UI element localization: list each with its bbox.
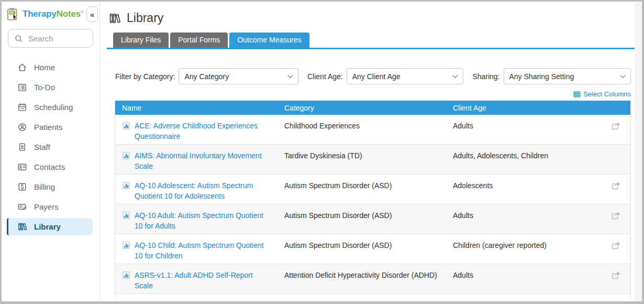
tab-outcome-measures[interactable]: Outcome Measures bbox=[229, 32, 309, 48]
client-age-cell: Adults bbox=[453, 115, 605, 144]
scrollbar-track[interactable] bbox=[636, 2, 642, 301]
sidebar-item-billing[interactable]: Billing bbox=[2, 178, 99, 196]
table-row: AQ-10 Adult: Autism Spectrum Quotient 10… bbox=[115, 204, 630, 234]
bar-chart-icon bbox=[122, 240, 130, 264]
table-row: AQ-10 Adolescent: Autism Spectrum Quotie… bbox=[115, 175, 630, 204]
measure-link[interactable]: AQ-10 Child: Autism Spectrum Quotient 10… bbox=[135, 240, 270, 264]
sidebar-item-contacts[interactable]: Contacts bbox=[2, 158, 99, 176]
chevron-down-icon bbox=[620, 74, 626, 79]
client-age-cell: Adults, Adolescents, Children bbox=[453, 145, 605, 174]
measure-link[interactable]: ASRS-v1.1: Adult ADHD Self-Report Scale bbox=[135, 270, 270, 294]
sidebar-item-label: Patients bbox=[34, 123, 62, 132]
library-icon bbox=[17, 222, 27, 232]
sidebar: TherapyNotes® « Home To-Do Scheduling Pa… bbox=[2, 2, 100, 301]
search-icon bbox=[14, 34, 23, 43]
column-header-category: Category bbox=[284, 104, 453, 112]
category-cell: Attention Deficit Hyperactivity Disorder… bbox=[284, 264, 453, 294]
staff-icon bbox=[17, 142, 27, 152]
sidebar-item-label: Scheduling bbox=[34, 103, 73, 112]
chevron-double-left-icon: « bbox=[90, 10, 94, 19]
client-age-label: Client Age: bbox=[307, 72, 343, 81]
select-columns-label: Select Columns bbox=[583, 90, 631, 98]
collapse-sidebar-button[interactable]: « bbox=[86, 6, 98, 22]
bar-chart-icon bbox=[122, 180, 130, 204]
brand-therapy: Therapy bbox=[23, 9, 57, 19]
category-cell: Tardive Dyskinesia (TD) bbox=[284, 145, 453, 174]
action-cell bbox=[605, 175, 630, 204]
name-cell: AQ-10 Adult: Autism Spectrum Quotient 10… bbox=[115, 204, 284, 234]
sidebar-item-scheduling[interactable]: Scheduling bbox=[2, 99, 99, 116]
sidebar-item-label: Library bbox=[34, 222, 61, 231]
sharing-select[interactable]: Any Sharing Setting bbox=[504, 68, 631, 84]
filter-bar: Filter by Category: Any Category Client … bbox=[115, 68, 631, 84]
main-content: Library Library FilesPortal FormsOutcome… bbox=[100, 2, 636, 301]
table-row: ASRS-v1.1: Adult ADHD Self-Report Scale … bbox=[115, 264, 630, 294]
sidebar-item-patients[interactable]: Patients bbox=[2, 118, 99, 136]
sidebar-item-library[interactable]: Library bbox=[7, 218, 93, 235]
share-icon[interactable] bbox=[611, 211, 621, 234]
name-cell: ACE: Adverse Childhood Experiences Quest… bbox=[115, 115, 284, 144]
client-age-cell: Children (caregiver reported) bbox=[453, 234, 605, 264]
table-row: AIMS: Abnormal Involuntary Movement Scal… bbox=[115, 145, 630, 175]
books-icon bbox=[108, 12, 121, 25]
sidebar-item-label: Billing bbox=[34, 182, 55, 191]
category-cell: Childhood Experiences bbox=[284, 115, 453, 144]
page-header: Library bbox=[108, 11, 636, 25]
sidebar-item-payers[interactable]: Payers bbox=[2, 198, 99, 215]
action-cell bbox=[605, 145, 630, 174]
patients-icon bbox=[17, 122, 27, 132]
sidebar-nav: Home To-Do Scheduling Patients Staff Con… bbox=[2, 56, 99, 238]
bar-chart-icon bbox=[122, 270, 130, 294]
tab-library-files[interactable]: Library Files bbox=[113, 32, 169, 48]
home-icon bbox=[17, 62, 27, 72]
client-age-cell: Adults bbox=[453, 264, 605, 294]
contacts-icon bbox=[17, 162, 27, 172]
category-select-value: Any Category bbox=[184, 72, 229, 81]
sidebar-item-home[interactable]: Home bbox=[2, 59, 99, 76]
tabs: Library FilesPortal FormsOutcome Measure… bbox=[113, 32, 636, 48]
measure-link[interactable]: AQ-10 Adult: Autism Spectrum Quotient 10… bbox=[135, 210, 270, 234]
select-columns-link[interactable]: Select Columns bbox=[106, 90, 631, 98]
name-cell: ASRS-v1.1: Adult ADHD Self-Report Scale bbox=[115, 264, 284, 294]
share-icon[interactable] bbox=[611, 270, 621, 294]
sidebar-item-label: Home bbox=[34, 63, 55, 72]
bar-chart-icon bbox=[122, 150, 130, 174]
measure-link[interactable]: AQ-10 Adolescent: Autism Spectrum Quotie… bbox=[135, 180, 270, 204]
client-age-select[interactable]: Any Client Age bbox=[347, 68, 464, 84]
search-box bbox=[8, 29, 93, 48]
sidebar-item-label: To-Do bbox=[34, 83, 55, 92]
brand-wordmark: TherapyNotes® bbox=[23, 9, 83, 19]
sidebar-item-to-do[interactable]: To-Do bbox=[2, 79, 99, 96]
therapynotes-clipboard-logo-icon bbox=[7, 7, 19, 21]
tab-underline bbox=[107, 48, 635, 49]
sidebar-item-staff[interactable]: Staff bbox=[2, 138, 99, 156]
table-body: ACE: Adverse Childhood Experiences Quest… bbox=[115, 115, 630, 294]
column-header-client-age: Client Age bbox=[453, 104, 605, 112]
outcome-measures-table: Name Category Client Age ACE: Adverse Ch… bbox=[115, 101, 631, 299]
search-input[interactable] bbox=[27, 34, 87, 44]
bar-chart-icon bbox=[122, 210, 130, 234]
table-row: AQ-10 Child: Autism Spectrum Quotient 10… bbox=[115, 234, 630, 264]
category-select[interactable]: Any Category bbox=[179, 68, 298, 84]
share-icon[interactable] bbox=[611, 241, 621, 264]
share-icon[interactable] bbox=[611, 181, 621, 204]
sharing-select-value: Any Sharing Setting bbox=[509, 72, 574, 81]
sharing-label: Sharing: bbox=[472, 72, 499, 81]
client-age-cell: Adolescents bbox=[453, 175, 605, 204]
name-cell: AIMS: Abnormal Involuntary Movement Scal… bbox=[115, 145, 284, 174]
tab-portal-forms[interactable]: Portal Forms bbox=[170, 32, 228, 48]
column-header-name: Name bbox=[115, 104, 284, 112]
chevron-down-icon bbox=[452, 74, 458, 79]
category-cell: Autism Spectrum Disorder (ASD) bbox=[284, 204, 453, 234]
brand-notes: Notes bbox=[57, 9, 81, 19]
chevron-down-icon bbox=[287, 74, 293, 79]
sidebar-item-label: Staff bbox=[34, 143, 50, 151]
table-header: Name Category Client Age bbox=[115, 101, 630, 115]
measure-link[interactable]: ACE: Adverse Childhood Experiences Quest… bbox=[135, 121, 270, 144]
share-icon[interactable] bbox=[611, 121, 621, 144]
action-cell bbox=[605, 115, 630, 144]
billing-icon bbox=[17, 182, 27, 192]
name-cell: AQ-10 Adolescent: Autism Spectrum Quotie… bbox=[115, 175, 284, 204]
calendar-icon bbox=[17, 102, 27, 112]
measure-link[interactable]: AIMS: Abnormal Involuntary Movement Scal… bbox=[135, 150, 270, 174]
